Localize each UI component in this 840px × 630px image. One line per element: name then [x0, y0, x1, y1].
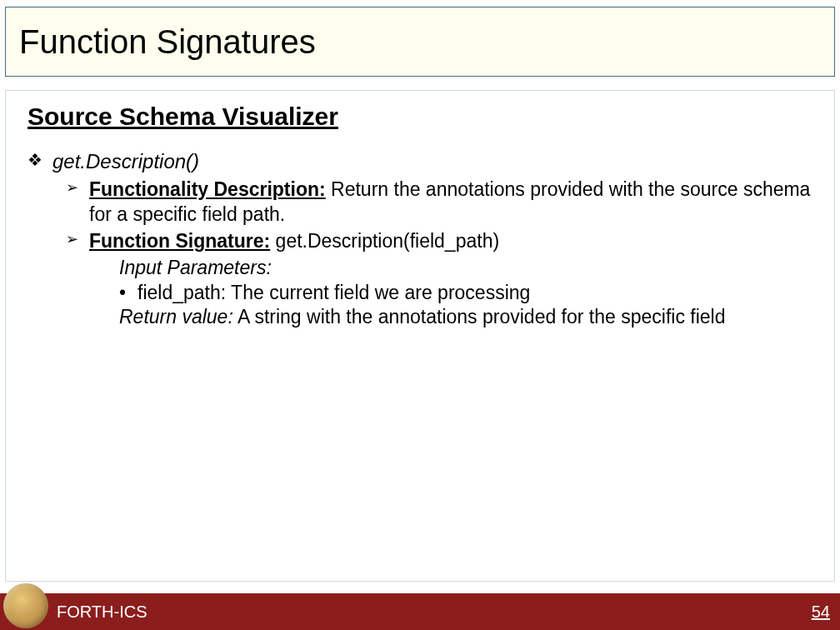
- title-box: Function Signatures: [5, 7, 835, 77]
- arrow-bullet-icon: ➢: [66, 178, 89, 198]
- return-value-line: Return value: A string with the annotati…: [119, 305, 812, 330]
- body-box: Source Schema Visualizer ❖ get.Descripti…: [5, 90, 835, 582]
- footer-org: FORTH-ICS: [57, 602, 148, 622]
- param-desc: The current field we are processing: [226, 282, 530, 303]
- funcdesc-label: Functionality Description:: [89, 178, 326, 200]
- return-text: A string with the annotations provided f…: [233, 306, 726, 328]
- function-name: get.Description(): [52, 149, 199, 174]
- bullet-level-1: ❖ get.Description(): [28, 149, 812, 174]
- bullet-level-2: ➢ Function Signature: get.Description(fi…: [66, 229, 812, 254]
- diamond-bullet-icon: ❖: [28, 149, 52, 171]
- org-logo-icon: [3, 583, 48, 628]
- dot-bullet-icon: •: [119, 281, 138, 306]
- section-title: Source Schema Visualizer: [28, 102, 812, 131]
- funcsig-text: get.Description(field_path): [270, 230, 499, 252]
- function-signature: Function Signature: get.Description(fiel…: [89, 229, 499, 254]
- funcsig-label: Function Signature:: [89, 230, 270, 252]
- slide-title: Function Signatures: [19, 23, 316, 61]
- input-params-heading: Input Parameters:: [119, 256, 812, 281]
- param-item: • field_path: The current field we are p…: [119, 281, 812, 306]
- footer-bar: FORTH-ICS 54: [0, 593, 840, 630]
- slide: Function Signatures Source Schema Visual…: [0, 0, 840, 630]
- param-text: field_path: The current field we are pro…: [138, 281, 530, 306]
- arrow-bullet-icon: ➢: [66, 229, 89, 249]
- page-number: 54: [812, 602, 830, 622]
- return-label: Return value:: [119, 306, 233, 328]
- bullet-level-2: ➢ Functionality Description: Return the …: [66, 178, 812, 228]
- functionality-description: Functionality Description: Return the an…: [89, 178, 812, 228]
- footer-inner: FORTH-ICS 54: [45, 593, 840, 630]
- params-block: Input Parameters: • field_path: The curr…: [119, 256, 812, 331]
- param-name: field_path:: [138, 282, 226, 303]
